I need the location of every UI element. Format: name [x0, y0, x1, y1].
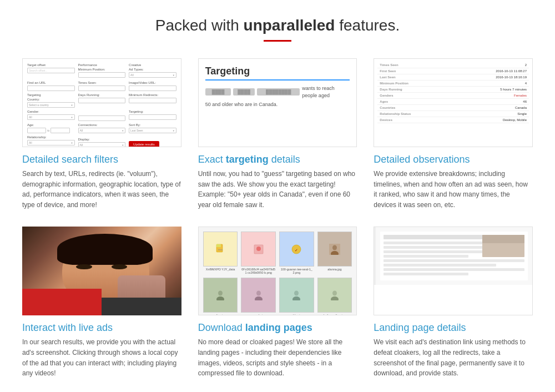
feature-title-observations: Detailed observations — [374, 154, 533, 165]
file-thumbnail — [241, 232, 276, 267]
page-header: Packed with unparalleled features. — [22, 17, 533, 42]
mock-files-ui: data Xnf9MXPD YJY_data 0Fc06168cf4 aa549… — [199, 227, 357, 315]
file-thumbnail: data — [203, 232, 238, 267]
feature-desc-landing-pages: No more dead or cloaked pages! We store … — [198, 337, 357, 378]
table-row: Devices Desktop, Mobile — [377, 117, 529, 123]
mock-observations-table: Times Seen 2 First Seen 2016-10-13 11:08… — [374, 59, 532, 127]
mock-line — [384, 246, 496, 249]
mock-video-player — [22, 227, 181, 315]
mock-line — [384, 268, 524, 271]
feature-image-search-filters: Target offset Search offset... Performan… — [22, 58, 181, 147]
feature-landing-details: Landing page details We visit each ad's … — [374, 227, 533, 378]
feature-title-live-ads: Interact with live ads — [22, 322, 181, 334]
feature-desc-targeting: Until now, you had to "guess" targeting … — [198, 169, 357, 210]
file-item: ✓ 100-guaran tee-seal-1_ 2.png — [279, 232, 314, 274]
files-grid: data Xnf9MXPD YJY_data 0Fc06168cf4 aa549… — [203, 232, 352, 315]
page-wrapper: Packed with unparalleled features. Targe… — [0, 0, 555, 392]
page-title: Packed with unparalleled features. — [22, 17, 533, 34]
feature-image-live-ads — [22, 227, 181, 315]
feature-desc-live-ads: In our search results, we provide you wi… — [22, 337, 181, 378]
table-row: First Seen 2016-10-13 11:08:27 — [377, 68, 529, 74]
feature-desc-landing-details: We visit each ad's destination link usin… — [374, 337, 533, 378]
feature-image-targeting: Targeting ████ ████ ████████ wants to re… — [198, 58, 357, 147]
features-grid: Target offset Search offset... Performan… — [22, 58, 533, 379]
table-row: Minimum Position 4 — [377, 81, 529, 87]
mock-targeting-ui: Targeting ████ ████ ████████ wants to re… — [199, 59, 357, 115]
file-thumbnail — [203, 278, 238, 313]
feature-search-filters: Target offset Search offset... Performan… — [22, 58, 181, 210]
svg-text:✓: ✓ — [295, 248, 298, 252]
feature-title-search-filters: Detailed search filters — [22, 154, 181, 165]
table-row: Countries Canada — [377, 105, 529, 111]
mock-landing-content — [380, 232, 528, 280]
feature-landing-pages: data Xnf9MXPD YJY_data 0Fc06168cf4 aa549… — [198, 227, 357, 378]
feature-image-landing-details — [374, 227, 533, 315]
feature-image-landing-pages: data Xnf9MXPD YJY_data 0Fc06168cf4 aa549… — [198, 227, 357, 315]
file-thumbnail — [241, 278, 276, 313]
svg-point-20 — [332, 291, 337, 296]
file-item: alice.jpg — [203, 278, 238, 315]
feature-title-landing-details: Landing page details — [374, 322, 533, 334]
table-row: Times Seen 2 — [377, 62, 529, 68]
title-divider — [264, 40, 291, 42]
feature-title-landing-pages: Download landing pages — [198, 322, 357, 334]
file-item: alanna.jpg — [317, 232, 352, 274]
file-item: ashley.jpg — [279, 278, 314, 315]
file-item: 0Fc06168cf4 aa54979d51 cc2f0b0850 b.png — [241, 232, 276, 274]
file-thumbnail — [317, 278, 352, 313]
svg-point-14 — [256, 291, 261, 296]
svg-point-8 — [332, 245, 337, 250]
svg-point-11 — [218, 291, 223, 296]
feature-title-targeting: Exact targeting details — [198, 154, 357, 165]
mock-landing-screenshot — [482, 235, 524, 257]
feature-exact-targeting: Targeting ████ ████ ████████ wants to re… — [198, 58, 357, 210]
file-item: before_afte r.jpg — [317, 278, 352, 315]
file-thumbnail — [317, 232, 352, 267]
file-item: amanda.jp g — [241, 278, 276, 315]
svg-rect-1 — [216, 244, 221, 247]
mock-title-bar — [384, 235, 496, 239]
svg-point-4 — [256, 247, 261, 251]
feature-desc-search-filters: Search by text, URLs, redirects (ie. "vo… — [22, 169, 181, 210]
table-row: Last Seen 2016-10-13 18:16:19 — [377, 74, 529, 81]
svg-text:data: data — [218, 248, 223, 251]
mock-line — [384, 255, 468, 258]
mock-line — [384, 259, 524, 262]
table-row: Days Running 5 hours 7 minutes — [377, 87, 529, 93]
file-item: data Xnf9MXPD YJY_data — [203, 232, 238, 274]
mock-line — [384, 273, 468, 275]
table-row: Genders Females — [377, 93, 529, 99]
feature-observations: Times Seen 2 First Seen 2016-10-13 11:08… — [374, 58, 533, 210]
mock-search-ui: Target offset Search offset... Performan… — [23, 59, 181, 147]
table-row: Relationship Status Single — [377, 111, 529, 117]
file-thumbnail — [279, 278, 314, 313]
mock-targeting-title: Targeting — [205, 66, 350, 81]
mock-line — [384, 264, 496, 267]
file-thumbnail: ✓ — [279, 232, 314, 267]
feature-image-observations: Times Seen 2 First Seen 2016-10-13 11:08… — [374, 58, 533, 147]
feature-desc-observations: We provide extensive breakdowns; includi… — [374, 169, 533, 210]
feature-live-ads: Interact with live ads In our search res… — [22, 227, 181, 378]
mock-landing-ui — [374, 227, 532, 285]
svg-point-17 — [294, 291, 299, 296]
table-row: Ages 46 — [377, 99, 529, 105]
